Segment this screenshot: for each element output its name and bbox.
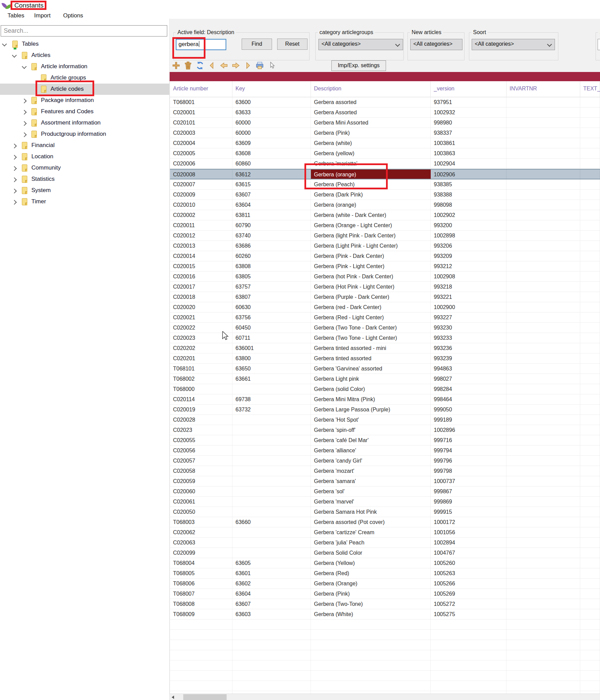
cell[interactable]: 63756 <box>232 312 311 322</box>
cell[interactable]: C020015 <box>170 261 232 271</box>
cell[interactable]: 1003863 <box>431 148 506 158</box>
cell[interactable]: Gerbera (Pink) <box>311 589 431 599</box>
cell[interactable]: 63602 <box>232 579 311 588</box>
cell[interactable]: 993209 <box>431 251 506 261</box>
cell[interactable] <box>580 476 600 486</box>
cell[interactable]: 993233 <box>431 333 506 343</box>
cell[interactable] <box>580 507 600 517</box>
cell[interactable]: T068004 <box>170 558 232 568</box>
cell[interactable]: 998980 <box>431 118 506 128</box>
cell[interactable] <box>580 312 600 322</box>
cell[interactable]: 998098 <box>431 200 506 210</box>
tree-item-article-information[interactable]: Article information <box>0 61 169 72</box>
cell[interactable]: 999716 <box>431 435 506 445</box>
cell[interactable] <box>232 446 311 455</box>
cell[interactable]: 63686 <box>232 241 311 251</box>
cell[interactable]: Gerbera 'cartizze' Cream <box>311 527 431 537</box>
cell[interactable] <box>580 456 600 466</box>
cell[interactable] <box>580 538 600 548</box>
cell[interactable] <box>506 128 580 138</box>
last-icon[interactable] <box>243 61 252 70</box>
cell[interactable]: C020002 <box>170 210 232 220</box>
cell[interactable]: C020055 <box>170 435 232 445</box>
cell[interactable]: Gerbera Solid Color <box>311 548 431 558</box>
cell[interactable] <box>506 384 580 394</box>
cell[interactable] <box>580 241 600 251</box>
cell[interactable] <box>506 251 580 261</box>
cell[interactable] <box>580 374 600 384</box>
cell[interactable]: C020005 <box>170 148 232 158</box>
cell[interactable]: 63661 <box>232 374 311 384</box>
cell[interactable]: T068008 <box>170 599 232 609</box>
cell[interactable]: 999050 <box>431 405 506 414</box>
cell[interactable]: 60450 <box>232 323 311 333</box>
cell[interactable] <box>431 630 506 640</box>
tree-item-financial[interactable]: Financial <box>0 140 169 151</box>
cell[interactable]: Gerbera (light Pink - Dark Center) <box>311 231 431 240</box>
cell[interactable] <box>506 282 580 292</box>
grid-row[interactable] <box>170 619 600 630</box>
cell[interactable]: Gerbera Mini Assorted <box>311 118 431 128</box>
cell[interactable] <box>431 640 506 650</box>
cell[interactable]: 63650 <box>232 364 311 374</box>
cell[interactable]: C020201 <box>170 353 232 363</box>
chevron-right-icon[interactable] <box>22 110 27 115</box>
cell[interactable]: Gerbera 'mozart' <box>311 466 431 476</box>
cell[interactable] <box>580 579 600 588</box>
chevron-right-icon[interactable] <box>22 121 27 126</box>
cell[interactable]: 60000 <box>232 128 311 138</box>
chevron-down-icon[interactable] <box>2 42 7 46</box>
soort-select[interactable]: <All categories> <box>472 39 555 50</box>
grid-row[interactable]: C02000360000Gerbera (Pink)938337 <box>170 128 600 138</box>
cell[interactable]: 63757 <box>232 282 311 292</box>
cell[interactable]: 60260 <box>232 251 311 261</box>
cell[interactable]: C020061 <box>170 497 232 507</box>
cell[interactable]: Gerbera 'spin-off' <box>311 425 431 435</box>
cell[interactable]: C020099 <box>170 548 232 558</box>
grid-row[interactable]: T06800563601Gerbera (Red)1005263 <box>170 568 600 579</box>
cell[interactable] <box>506 486 580 496</box>
select-icon[interactable] <box>267 61 276 70</box>
cell[interactable] <box>580 497 600 507</box>
chevron-right-icon[interactable] <box>22 132 27 137</box>
cell[interactable] <box>506 148 580 158</box>
cell[interactable]: 63811 <box>232 210 311 220</box>
cell[interactable] <box>170 619 232 629</box>
cell[interactable]: Gerbera Samara Hot Pink <box>311 507 431 517</box>
menu-import[interactable]: Import <box>34 12 51 19</box>
cell[interactable] <box>580 97 600 107</box>
cell[interactable]: 1005263 <box>431 568 506 578</box>
cell[interactable] <box>311 650 431 660</box>
cell[interactable]: Gerbera 'sol' <box>311 486 431 496</box>
cell[interactable]: 1002932 <box>431 107 506 117</box>
cell[interactable] <box>431 671 506 681</box>
chevron-down-icon[interactable] <box>22 64 27 69</box>
grid-row[interactable]: C020057Gerbera 'candy Girl'999796 <box>170 456 600 466</box>
grid-row[interactable]: T06800163600Gerbera assorted937951 <box>170 97 600 107</box>
cell[interactable]: 994863 <box>431 364 506 374</box>
cell[interactable]: C020057 <box>170 456 232 466</box>
chevron-right-icon[interactable] <box>12 155 17 160</box>
cell[interactable]: 69738 <box>232 394 311 404</box>
cell[interactable] <box>506 210 580 220</box>
cell[interactable]: C020021 <box>170 312 232 322</box>
column-header-invartnr[interactable]: INVARTNR <box>506 81 580 97</box>
cell[interactable] <box>232 681 311 691</box>
cell[interactable] <box>311 619 431 629</box>
cell[interactable] <box>580 148 600 158</box>
cell[interactable]: C020028 <box>170 415 232 425</box>
cell[interactable]: Gerbera (white - Dark Center) <box>311 210 431 220</box>
grid-row[interactable]: C02002360711Gerbera (Two Tone - Light Ce… <box>170 333 600 343</box>
cell[interactable]: Gerbera (hot Pink - Dark Center) <box>311 272 431 281</box>
tree-item-assortment-information[interactable]: Assortment information <box>0 117 169 129</box>
cell[interactable]: 993239 <box>431 353 506 363</box>
cell[interactable] <box>506 159 580 169</box>
grid-row[interactable]: C02001563808Gerbera (Pink - Light Center… <box>170 261 600 272</box>
cell[interactable]: 63604 <box>232 200 311 210</box>
cell[interactable] <box>506 231 580 240</box>
cell[interactable]: 63615 <box>232 179 311 189</box>
grid-row[interactable]: C020028Gerbera 'Hot Spot'999189 <box>170 415 600 425</box>
cell[interactable]: Gerbera (Pink - Light Center) <box>311 261 431 271</box>
cell[interactable] <box>506 333 580 343</box>
cell[interactable]: T068006 <box>170 579 232 588</box>
